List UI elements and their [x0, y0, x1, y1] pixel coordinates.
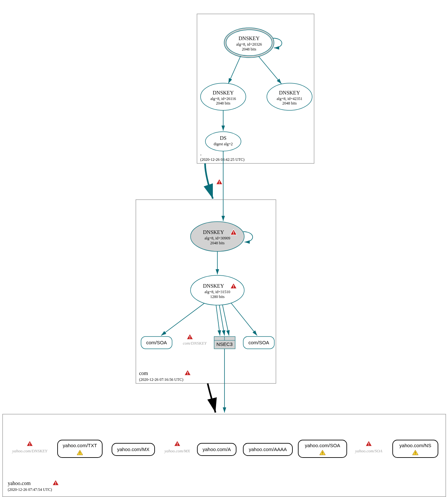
node-yahoo-dnskey-ghost: yahoo.com/DNSKEY — [12, 448, 48, 453]
warn-red-icon — [366, 441, 372, 447]
node-line2: 2048 bits — [242, 47, 257, 51]
node-yahoo-soa-ghost: yahoo.com/SOA — [355, 448, 382, 453]
self-loop-root-ksk — [273, 38, 282, 48]
svg-text:digest alg=2: digest alg=2 — [213, 142, 233, 146]
node-nsec3: NSEC3 — [214, 337, 235, 349]
svg-text:yahoo.com/SOA: yahoo.com/SOA — [305, 443, 340, 448]
warn-red-icon — [187, 334, 193, 340]
node-com-dnskey-ghost: com/DNSKEY — [183, 341, 207, 346]
svg-point-12 — [205, 132, 241, 151]
edge-com-zsk-soa1 — [161, 303, 204, 336]
svg-text:DNSKEY: DNSKEY — [279, 90, 300, 95]
edge-root-ksk-zsk1 — [228, 56, 241, 83]
zone-timestamp-root: (2020-12-26 03:42:25 UTC) — [200, 157, 245, 162]
svg-text:alg=8, id=42351: alg=8, id=42351 — [277, 96, 302, 101]
svg-text:yahoo.com/NS: yahoo.com/NS — [399, 443, 431, 448]
node-root-ksk: DNSKEY alg=8, id=20326 2048 bits — [224, 28, 274, 58]
node-line1: alg=8, id=20326 — [236, 42, 262, 47]
node-root-ds: DS digest alg=2 — [205, 132, 241, 151]
svg-text:2048 bits: 2048 bits — [216, 101, 231, 105]
zone-label-yahoo: yahoo.com — [8, 480, 31, 486]
svg-text:1280 bits: 1280 bits — [210, 294, 225, 299]
zone-timestamp-yahoo: (2020-12-26 07:47:54 UTC) — [8, 487, 52, 492]
zone-label-root: . — [200, 151, 202, 156]
node-com-ksk: DNSKEY alg=8, id=30909 2048 bits — [191, 222, 244, 251]
svg-text:DNSKEY: DNSKEY — [203, 283, 224, 289]
node-root-zsk2: DNSKEY alg=8, id=42351 2048 bits — [267, 83, 312, 110]
svg-text:yahoo.com/TXT: yahoo.com/TXT — [63, 443, 97, 448]
svg-text:yahoo.com/MX: yahoo.com/MX — [117, 447, 149, 452]
zone-label-com: com — [139, 370, 148, 376]
svg-text:DNSKEY: DNSKEY — [213, 90, 234, 95]
node-com-zsk: DNSKEY alg=8, id=31510 1280 bits — [191, 275, 244, 305]
edge-root-ksk-zsk2 — [259, 57, 281, 84]
svg-text:alg=8, id=26116: alg=8, id=26116 — [210, 96, 236, 101]
svg-text:DNSKEY: DNSKEY — [203, 229, 224, 235]
warn-red-icon — [174, 441, 180, 447]
svg-text:2048 bits: 2048 bits — [282, 101, 297, 105]
svg-text:NSEC3: NSEC3 — [216, 341, 233, 347]
warn-red-icon — [27, 441, 33, 447]
warn-red-icon — [52, 480, 59, 486]
edge-com-zsk-soa2 — [231, 303, 257, 336]
edge-root-to-com-zone — [205, 163, 213, 199]
node-title: DNSKEY — [239, 36, 260, 41]
svg-text:com/SOA: com/SOA — [248, 340, 269, 345]
svg-text:2048 bits: 2048 bits — [210, 241, 225, 245]
svg-text:alg=8, id=31510: alg=8, id=31510 — [204, 290, 230, 294]
svg-text:alg=8, id=30909: alg=8, id=30909 — [204, 236, 230, 240]
self-loop-com-ksk — [243, 232, 253, 242]
svg-text:com/SOA: com/SOA — [146, 340, 167, 345]
warn-red-icon — [216, 179, 223, 185]
zone-timestamp-com: (2020-12-26 07:16:56 UTC) — [139, 377, 183, 382]
node-yahoo-mx-ghost: yahoo.com/MX — [164, 448, 190, 453]
svg-text:DS: DS — [220, 135, 226, 141]
node-root-zsk1: DNSKEY alg=8, id=26116 2048 bits — [201, 83, 246, 110]
svg-text:yahoo.com/AAAA: yahoo.com/AAAA — [249, 447, 287, 452]
svg-text:yahoo.com/A: yahoo.com/A — [202, 447, 231, 452]
edge-com-to-yahoo-zone — [208, 383, 215, 413]
warn-red-icon — [184, 370, 191, 376]
